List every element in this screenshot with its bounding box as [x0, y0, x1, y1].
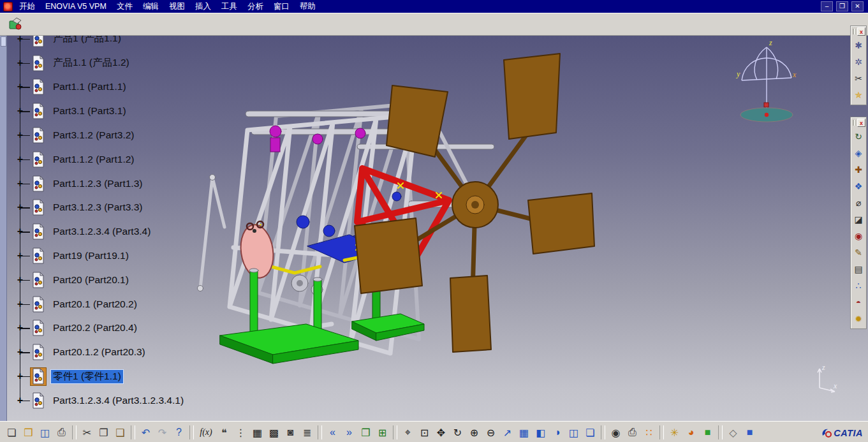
part-icon[interactable]	[31, 320, 46, 337]
star-document-icon[interactable]: ✯	[851, 87, 866, 103]
render-cube-icon[interactable]: ■	[700, 424, 716, 441]
previous-window-icon[interactable]: «	[325, 424, 341, 441]
menu-item[interactable]: 帮助	[295, 1, 321, 13]
menu-item[interactable]: 文件	[112, 1, 138, 13]
tree-item[interactable]: + Part20.1.2 (Part20.3)	[8, 340, 186, 364]
print-icon[interactable]: ⎙	[54, 424, 70, 441]
quick-print-icon[interactable]: ⎙	[624, 424, 640, 441]
menu-item[interactable]: 分析	[242, 1, 268, 13]
toolbar-header[interactable]: x	[851, 26, 866, 37]
zoom-in-icon[interactable]: ⊕	[466, 424, 482, 441]
gear-icon[interactable]: ✱	[851, 37, 866, 54]
hide-show-icon[interactable]: ❏	[582, 424, 598, 441]
save-icon[interactable]: ◫	[37, 424, 53, 441]
tree-item[interactable]: + Part3.1.2.3 (Part3.3)	[8, 196, 186, 220]
part-icon[interactable]	[31, 247, 46, 265]
next-window-icon[interactable]: »	[341, 424, 357, 441]
clash-icon[interactable]: ◉	[851, 228, 866, 244]
normal-view-icon[interactable]: ↗	[499, 424, 515, 441]
light-icon[interactable]: ✹	[851, 311, 866, 327]
tree-expander-icon[interactable]: +	[15, 275, 26, 285]
fix-anchor-icon[interactable]: ✚	[851, 161, 866, 178]
scissors-icon[interactable]: ✂	[851, 70, 866, 87]
camera-icon[interactable]: ◉	[608, 424, 624, 441]
catalog-icon[interactable]: ▤	[851, 261, 866, 277]
3d-viewport[interactable]: z y x z x +	[0, 36, 868, 421]
cube-tool-icon[interactable]: ■	[742, 424, 758, 441]
copy-icon[interactable]: ❐	[96, 424, 112, 441]
toolbar-close-button[interactable]: x	[857, 27, 865, 36]
update-icon[interactable]: ↻	[851, 128, 866, 145]
toolbar-grip[interactable]	[853, 29, 856, 34]
toolbar-header[interactable]: x	[851, 117, 866, 128]
tree-item[interactable]: + Part1.1.2 (Part1.2)	[8, 147, 186, 172]
part-icon[interactable]	[31, 223, 46, 240]
tree-item[interactable]: + Part19 (Part19.1)	[8, 244, 186, 268]
tree-expander-icon[interactable]: +	[15, 226, 26, 237]
list-icon[interactable]: ≣	[299, 424, 315, 441]
tree-item[interactable]: + Part20.2 (Part20.4)	[8, 316, 186, 341]
zoom-out-icon[interactable]: ⊖	[483, 424, 499, 441]
part-icon[interactable]	[31, 392, 46, 409]
cut-icon[interactable]: ✂	[79, 424, 95, 441]
rotate-icon[interactable]: ↻	[450, 424, 466, 441]
menu-item[interactable]: 编辑	[138, 1, 164, 13]
part-icon[interactable]	[31, 295, 46, 313]
tree-expander-icon[interactable]: +	[15, 106, 26, 116]
manipulator-icon[interactable]: ⋮	[233, 424, 249, 441]
options-wheel-icon[interactable]: ✳	[666, 424, 682, 441]
menu-item[interactable]: 视图	[164, 1, 190, 13]
menu-item[interactable]: ENOVIA V5 VPM	[40, 1, 112, 11]
tree-item[interactable]: + Part3.1.2 (Part3.2)	[8, 123, 186, 147]
constraint-icon[interactable]: ◈	[851, 145, 866, 161]
whats-this-icon[interactable]: ?	[171, 424, 187, 441]
model-document-icon[interactable]	[8, 17, 23, 31]
shaded-view-icon[interactable]: ◑	[549, 424, 565, 441]
tree-item[interactable]: + Part3.1 (Part3.1)	[8, 99, 186, 123]
capture-grid-icon[interactable]: ▩	[266, 424, 282, 441]
menu-item[interactable]: 插入	[190, 1, 216, 13]
part-icon[interactable]	[31, 199, 46, 216]
part-icon[interactable]	[31, 78, 46, 96]
tree-expander-icon[interactable]: +	[15, 58, 26, 68]
menu-item[interactable]: 窗口	[268, 1, 295, 13]
open-folder-icon[interactable]: ❒	[20, 424, 36, 441]
tree-item[interactable]: + 零件1 (零件1.1)	[8, 364, 186, 388]
tree-scrollbar-thumb[interactable]	[1, 36, 6, 47]
fit-all-icon[interactable]: ⊡	[416, 424, 432, 441]
grid-icon[interactable]: ∷	[641, 424, 657, 441]
material-sphere-icon[interactable]: ◕	[683, 424, 699, 441]
part-icon[interactable]	[31, 175, 46, 192]
formula-icon[interactable]: f(x)	[196, 424, 216, 441]
diamond-tool-icon[interactable]: ◇	[725, 424, 741, 441]
wrench-icon[interactable]: ✲	[851, 54, 866, 70]
annotation-3d-icon[interactable]: ✎	[851, 244, 866, 261]
menu-item[interactable]: 工具	[216, 1, 242, 13]
lock-icon[interactable]: ◙	[283, 424, 298, 441]
tree-scrollbar[interactable]	[0, 36, 7, 421]
redo-icon[interactable]: ↷	[154, 424, 170, 441]
tree-expander-icon[interactable]: +	[15, 323, 26, 333]
compass-base-handle[interactable]	[764, 103, 769, 107]
tree-item[interactable]: + Part20 (Part20.1)	[8, 268, 186, 292]
part-icon[interactable]	[31, 127, 46, 144]
tree-expander-icon[interactable]: +	[15, 395, 26, 406]
maximize-button[interactable]: ❐	[836, 1, 848, 11]
tree-expander-icon[interactable]: +	[15, 251, 26, 261]
tree-expander-icon[interactable]: +	[15, 371, 26, 381]
tree-expander-icon[interactable]: +	[15, 179, 26, 189]
paste-view-icon[interactable]: ⊞	[374, 424, 390, 441]
part-icon[interactable]	[31, 271, 46, 288]
copy-view-icon[interactable]: ❐	[358, 424, 374, 441]
annotation-icon[interactable]: ❝	[216, 424, 232, 441]
part-icon[interactable]	[31, 368, 46, 385]
tree-expander-icon[interactable]: +	[15, 299, 26, 309]
section-icon[interactable]: ◪	[851, 211, 866, 228]
part-icon[interactable]	[31, 54, 46, 71]
tree-expander-icon[interactable]: +	[15, 154, 26, 165]
table-icon[interactable]: ▦	[249, 424, 265, 441]
paste-icon[interactable]: ❑	[112, 424, 128, 441]
part-icon[interactable]	[31, 344, 46, 361]
tree-expander-icon[interactable]: +	[15, 130, 26, 140]
menu-item[interactable]: 开始	[14, 1, 40, 13]
